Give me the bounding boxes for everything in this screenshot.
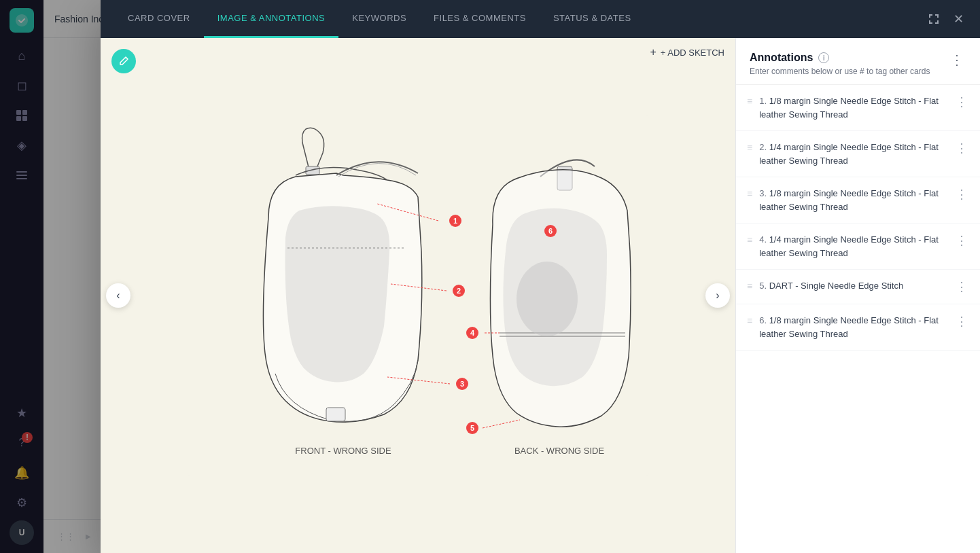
modal-body: ‹ › + + ADD SKETCH (101, 38, 980, 553)
annotations-title: Annotations i (750, 52, 930, 64)
svg-text:2: 2 (457, 287, 461, 295)
fullscreen-button[interactable] (925, 10, 943, 28)
annotation-menu-1[interactable]: ⋮ (954, 94, 969, 109)
annotation-text-1: 1. 1/8 margin Single Needle Edge Stitch … (759, 94, 947, 121)
annotations-more-button[interactable]: ⋮ (947, 52, 966, 68)
tab-files-comments[interactable]: FILES & COMMENTS (420, 0, 540, 38)
annotation-menu-5[interactable]: ⋮ (954, 279, 969, 294)
tab-keywords[interactable]: KEYWORDS (338, 0, 420, 38)
modal-dialog: CARD COVER IMAGE & ANNOTATIONS KEYWORDS … (101, 0, 980, 553)
svg-text:6: 6 (548, 227, 553, 235)
annotations-panel: Annotations i Enter comments below or us… (735, 38, 980, 553)
annotations-header: Annotations i Enter comments below or us… (736, 38, 980, 85)
annotation-item-4: ≡ 4. 1/4 margin Single Needle Edge Stitc… (736, 224, 980, 270)
annotation-item-3: ≡ 3. 1/8 margin Single Needle Edge Stitc… (736, 177, 980, 224)
annotations-subtitle: Enter comments below or use # to tag oth… (750, 67, 930, 76)
bag-illustration: 1 2 3 FRONT - WRONG SIDE (101, 38, 735, 553)
annotation-text-5: 5. DART - Single Needle Edge Stitch (759, 279, 947, 293)
info-icon[interactable]: i (818, 52, 829, 63)
svg-text:3: 3 (460, 380, 464, 388)
svg-point-28 (517, 262, 578, 336)
annotation-item-2: ≡ 2. 1/4 margin Single Needle Edge Stitc… (736, 131, 980, 177)
tab-status-dates[interactable]: STATUS & DATES (540, 0, 645, 38)
annotations-list: ≡ 1. 1/8 margin Single Needle Edge Stitc… (736, 85, 980, 553)
close-modal-button[interactable]: ✕ (951, 9, 966, 29)
annotation-menu-2[interactable]: ⋮ (954, 141, 969, 156)
svg-text:BACK - WRONG SIDE: BACK - WRONG SIDE (514, 446, 605, 456)
tab-image-annotations[interactable]: IMAGE & ANNOTATIONS (204, 0, 339, 38)
svg-text:5: 5 (470, 424, 474, 432)
annotation-text-6: 6. 1/8 margin Single Needle Edge Stitch … (759, 314, 947, 340)
annotation-text-2: 2. 1/4 margin Single Needle Edge Stitch … (759, 141, 947, 167)
modal-overlay: CARD COVER IMAGE & ANNOTATIONS KEYWORDS … (0, 0, 980, 553)
annotation-item-1: ≡ 1. 1/8 margin Single Needle Edge Stitc… (736, 85, 980, 131)
annotation-drag-1[interactable]: ≡ (747, 94, 752, 107)
prev-image-button[interactable]: ‹ (106, 283, 130, 308)
next-image-button[interactable]: › (705, 283, 730, 308)
annotation-drag-5[interactable]: ≡ (747, 279, 752, 291)
svg-rect-14 (326, 408, 345, 421)
annotation-menu-4[interactable]: ⋮ (954, 233, 969, 248)
image-panel: ‹ › + + ADD SKETCH (101, 38, 735, 553)
svg-text:FRONT - WRONG SIDE: FRONT - WRONG SIDE (295, 446, 391, 456)
add-sketch-button[interactable]: + + ADD SKETCH (650, 46, 724, 58)
tab-card-cover[interactable]: CARD COVER (114, 0, 204, 38)
annotation-drag-6[interactable]: ≡ (747, 314, 752, 326)
annotation-menu-6[interactable]: ⋮ (954, 314, 969, 329)
annotation-drag-3[interactable]: ≡ (747, 187, 752, 199)
annotation-drag-4[interactable]: ≡ (747, 233, 752, 245)
annotation-item-5: ≡ 5. DART - Single Needle Edge Stitch ⋮ (736, 270, 980, 304)
annotation-text-3: 3. 1/8 margin Single Needle Edge Stitch … (759, 187, 947, 213)
svg-text:4: 4 (470, 329, 475, 337)
svg-text:1: 1 (453, 217, 457, 225)
edit-image-button[interactable] (111, 49, 136, 73)
annotation-item-6: ≡ 6. 1/8 margin Single Needle Edge Stitc… (736, 304, 980, 351)
annotation-menu-3[interactable]: ⋮ (954, 187, 969, 202)
modal-tabs-bar: CARD COVER IMAGE & ANNOTATIONS KEYWORDS … (101, 0, 980, 38)
annotation-drag-2[interactable]: ≡ (747, 141, 752, 153)
annotation-text-4: 4. 1/4 margin Single Needle Edge Stitch … (759, 233, 947, 260)
